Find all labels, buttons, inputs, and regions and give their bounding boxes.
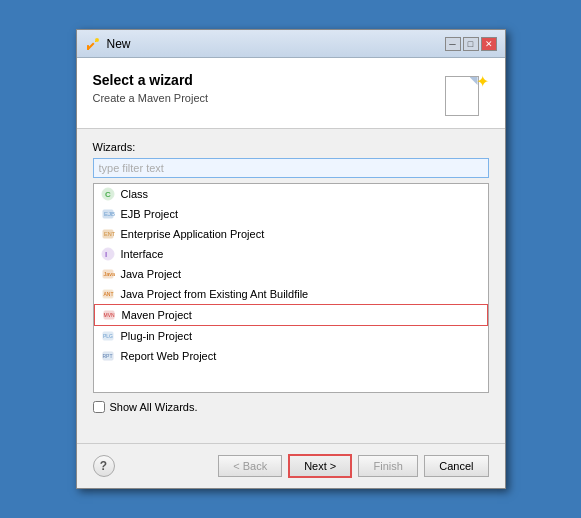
next-button[interactable]: Next > [288,454,352,478]
wizard-item-java-label: Java Project [121,268,182,280]
svg-text:Java: Java [103,271,115,277]
wizard-item-class[interactable]: C Class [94,184,488,204]
svg-text:C: C [105,190,111,199]
dialog-body: Wizards: C Class EJB [77,129,505,443]
wizard-item-report-label: Report Web Project [121,350,217,362]
wizards-label: Wizards: [93,141,489,153]
wizard-item-maven[interactable]: MVN Maven Project [94,304,488,326]
wizard-item-ant-java[interactable]: ANT Java Project from Existing Ant Build… [94,284,488,304]
title-bar: New ─ □ ✕ [77,30,505,58]
cancel-button[interactable]: Cancel [424,455,488,477]
wizard-item-enterprise[interactable]: ENT Enterprise Application Project [94,224,488,244]
footer-right: < Back Next > Finish Cancel [218,454,488,478]
minimize-button[interactable]: ─ [445,37,461,51]
title-bar-buttons: ─ □ ✕ [445,37,497,51]
ant-java-icon: ANT [100,286,116,302]
wizard-item-ant-java-label: Java Project from Existing Ant Buildfile [121,288,309,300]
page-icon [445,76,479,116]
wizard-item-java[interactable]: Java Java Project [94,264,488,284]
plugin-icon: PLG [100,328,116,344]
svg-text:MVN: MVN [103,312,115,318]
filter-input[interactable] [93,158,489,178]
wizard-list[interactable]: C Class EJB EJB Project [93,183,489,393]
sparkle-icon: ✦ [476,72,489,91]
header-title: Select a wizard [93,72,209,88]
footer-left: ? [93,455,115,477]
wizard-item-plugin-label: Plug-in Project [121,330,193,342]
new-wizard-dialog: New ─ □ ✕ Select a wizard Create a Maven… [76,29,506,489]
java-icon: Java [100,266,116,282]
header-decoration: ✦ [445,72,489,116]
svg-text:ENT: ENT [104,231,115,237]
dialog-icon [85,36,101,52]
dialog-title: New [107,37,131,51]
wizard-item-interface[interactable]: I Interface [94,244,488,264]
enterprise-icon: ENT [100,226,116,242]
header-text: Select a wizard Create a Maven Project [93,72,209,104]
wizard-item-enterprise-label: Enterprise Application Project [121,228,265,240]
wizard-item-ejb-label: EJB Project [121,208,178,220]
report-icon: RPT [100,348,116,364]
back-button[interactable]: < Back [218,455,282,477]
maven-icon: MVN [101,307,117,323]
show-all-row: Show All Wizards. [93,401,489,413]
wizard-item-interface-label: Interface [121,248,164,260]
maximize-button[interactable]: □ [463,37,479,51]
svg-text:I: I [105,250,107,259]
svg-text:ANT: ANT [103,291,113,297]
show-all-checkbox[interactable] [93,401,105,413]
title-bar-left: New [85,36,131,52]
svg-point-10 [102,248,114,260]
close-button[interactable]: ✕ [481,37,497,51]
wizard-item-ejb[interactable]: EJB EJB Project [94,204,488,224]
dialog-header: Select a wizard Create a Maven Project ✦ [77,58,505,129]
class-icon: C [100,186,116,202]
dialog-footer: ? < Back Next > Finish Cancel [77,443,505,488]
help-button[interactable]: ? [93,455,115,477]
header-subtitle: Create a Maven Project [93,92,209,104]
svg-text:PLG: PLG [103,333,113,339]
svg-text:RPT: RPT [102,353,112,359]
wizard-item-plugin[interactable]: PLG Plug-in Project [94,326,488,346]
wizard-item-report[interactable]: RPT Report Web Project [94,346,488,366]
wizard-item-class-label: Class [121,188,149,200]
svg-text:EJB: EJB [104,211,115,217]
show-all-label: Show All Wizards. [110,401,198,413]
ejb-icon: EJB [100,206,116,222]
wizard-item-maven-label: Maven Project [122,309,192,321]
finish-button[interactable]: Finish [358,455,418,477]
interface-icon: I [100,246,116,262]
